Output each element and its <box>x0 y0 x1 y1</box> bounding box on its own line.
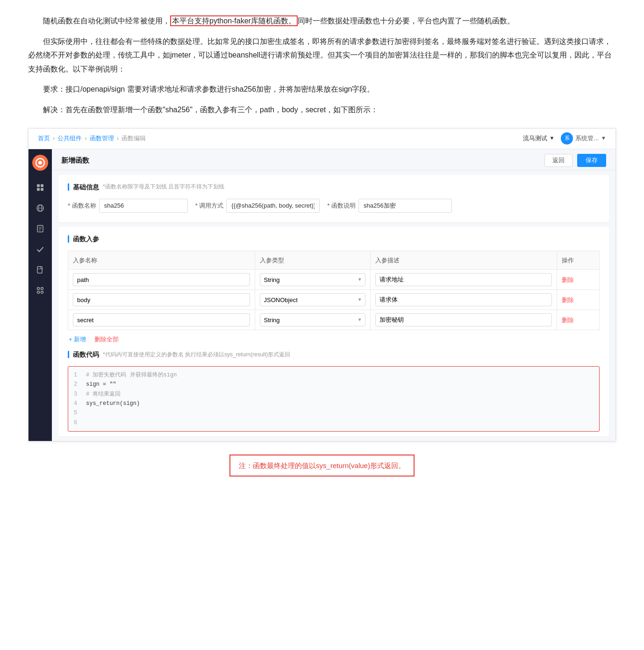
func-desc-input[interactable] <box>358 199 452 213</box>
params-section: 函数入参 入参名称 入参类型 入参描述 操作 StringJSONObjectI… <box>58 227 609 437</box>
ui-screenshot: 首页 › 公共组件 › 函数管理 › 函数编辑 流马测试 ▼ 系 系统管... … <box>28 128 616 442</box>
section-bar <box>68 183 69 191</box>
sidebar-item-grid[interactable] <box>32 179 49 196</box>
basic-info-header: 基础信息 *函数名称限字母及下划线 且首字符不得为下划线 <box>68 181 600 193</box>
line-content: sign = "" <box>86 380 116 389</box>
user-area[interactable]: 系 系统管... ▼ <box>561 132 606 144</box>
param-type-cell: StringJSONObjectIntegerBooleanArray▼ <box>255 310 370 330</box>
para1-prefix: 随机函数在自动化测试中经常被使用， <box>43 17 170 25</box>
param-desc-input[interactable] <box>375 293 552 306</box>
col-header-name: 入参名称 <box>68 251 255 269</box>
code-hint: *代码内可直接使用定义的参数名 执行结果必须以sys_return(result… <box>103 350 290 360</box>
line-number: 3 <box>74 390 80 399</box>
return-button[interactable]: 返回 <box>544 154 572 167</box>
chevron-down-icon: ▼ <box>549 134 554 143</box>
breadcrumb-current: 函数编辑 <box>122 133 146 144</box>
form-row-1: * 函数名称 * 调用方式 * 函数说明 <box>68 199 600 213</box>
basic-info-hint: *函数名称限字母及下划线 且首字符不得为下划线 <box>103 182 224 192</box>
page-title: 新增函数 <box>61 154 89 166</box>
table-row: StringJSONObjectIntegerBooleanArray▼删除 <box>68 310 600 330</box>
line-number: 5 <box>74 408 80 418</box>
sidebar-item-file[interactable] <box>32 261 49 278</box>
param-name-input[interactable] <box>73 313 250 326</box>
env-dropdown[interactable]: 流马测试 ▼ <box>523 133 554 144</box>
svg-rect-3 <box>41 184 43 187</box>
para1-highlight: 本平台支持python-faker库随机函数。 <box>170 15 298 26</box>
param-type-select[interactable]: StringJSONObjectIntegerBooleanArray <box>260 313 365 326</box>
param-name-input[interactable] <box>73 273 250 286</box>
delete-param-button[interactable]: 删除 <box>562 276 574 283</box>
col-header-action: 操作 <box>557 251 600 269</box>
page-titlebar: 新增函数 返回 保存 <box>52 149 615 170</box>
breadcrumb: 首页 › 公共组件 › 函数管理 › 函数编辑 <box>38 133 146 144</box>
code-line: 5 <box>74 408 594 418</box>
sidebar-item-doc[interactable] <box>32 220 49 237</box>
topbar: 首页 › 公共组件 › 函数管理 › 函数编辑 流马测试 ▼ 系 系统管... … <box>29 129 615 149</box>
code-section: 函数代码 *代码内可直接使用定义的参数名 执行结果必须以sys_return(r… <box>68 349 600 432</box>
code-block[interactable]: 1 # 加密失败代码 并获得最终的sign2 sign = ""3 # 将结果返… <box>68 366 600 432</box>
line-number: 2 <box>74 380 80 389</box>
func-name-label: * 函数名称 <box>68 200 96 211</box>
code-section-header: 函数代码 *代码内可直接使用定义的参数名 执行结果必须以sys_return(r… <box>68 349 600 361</box>
param-desc-input[interactable] <box>375 273 552 286</box>
line-content: # 将结果返回 <box>86 390 121 399</box>
param-name-cell <box>68 270 255 290</box>
main-layout: 新增函数 返回 保存 基础信息 *函数名称限字母及下划线 且首字符不得为下划线 … <box>29 149 615 441</box>
paragraph-1: 随机函数在自动化测试中经常被使用，本平台支持python-faker库随机函数。… <box>28 14 616 28</box>
svg-rect-2 <box>37 184 40 187</box>
breadcrumb-home[interactable]: 首页 <box>38 133 50 144</box>
line-content: # 加密失败代码 并获得最终的sign <box>86 370 177 380</box>
param-name-cell <box>68 310 255 330</box>
param-type-select[interactable]: StringJSONObjectIntegerBooleanArray <box>260 273 365 286</box>
sidebar-item-globe[interactable] <box>32 200 49 217</box>
code-bar <box>68 351 69 358</box>
param-action-cell: 删除 <box>557 290 600 310</box>
param-action-cell: 删除 <box>557 270 600 290</box>
code-line: 2 sign = "" <box>74 380 594 389</box>
line-number: 6 <box>74 418 80 427</box>
note-box: 注：函数最终处理的值以sys_return(value)形式返回。 <box>229 455 415 477</box>
svg-rect-5 <box>41 188 43 191</box>
paragraph-3: 要求：接口/openapi/sign 需要对请求地址和请求参数进行sha256加… <box>28 82 616 96</box>
breadcrumb-func-mgmt[interactable]: 函数管理 <box>90 133 114 144</box>
svg-point-18 <box>41 291 43 293</box>
para1-suffix: 同时一些数据处理函数也十分必要，平台也内置了一些随机函数。 <box>298 17 515 25</box>
basic-info-label: 基础信息 <box>73 181 99 193</box>
params-bar <box>68 235 69 243</box>
save-button[interactable]: 保存 <box>577 154 606 167</box>
param-type-select[interactable]: StringJSONObjectIntegerBooleanArray <box>260 293 365 306</box>
func-name-input[interactable] <box>99 199 188 213</box>
note-area: 注：函数最终处理的值以sys_return(value)形式返回。 <box>28 451 616 477</box>
call-method-input[interactable] <box>226 199 320 213</box>
code-line: 3 # 将结果返回 <box>74 390 594 399</box>
paragraph-2: 但实际使用中，往往都会有一些特殊的数据处理。比如常见的接口加密生成签名，即将所有… <box>28 35 616 76</box>
sidebar-item-check[interactable] <box>32 241 49 258</box>
env-label: 流马测试 <box>523 133 547 144</box>
topbar-right: 流马测试 ▼ 系 系统管... ▼ <box>523 132 606 144</box>
param-name-cell <box>68 290 255 310</box>
param-type-cell: StringJSONObjectIntegerBooleanArray▼ <box>255 290 370 310</box>
code-line: 1 # 加密失败代码 并获得最终的sign <box>74 370 594 380</box>
breadcrumb-public[interactable]: 公共组件 <box>57 133 82 144</box>
param-desc-input[interactable] <box>375 313 552 326</box>
param-name-input[interactable] <box>73 293 250 306</box>
sidebar <box>29 149 52 441</box>
param-desc-cell <box>370 310 557 330</box>
delete-param-button[interactable]: 删除 <box>562 317 574 324</box>
user-label: 系统管... <box>575 133 599 144</box>
params-table: 入参名称 入参类型 入参描述 操作 StringJSONObjectIntege… <box>68 251 600 330</box>
delete-all-button[interactable]: 删除全部 <box>94 334 119 345</box>
func-desc-label: * 函数说明 <box>327 200 356 211</box>
sidebar-item-blocks[interactable] <box>32 282 49 299</box>
param-type-cell: StringJSONObjectIntegerBooleanArray▼ <box>255 270 370 290</box>
params-header: 函数入参 <box>68 233 600 245</box>
line-content: sys_return(sign) <box>86 399 140 408</box>
add-param-button[interactable]: + 新增 <box>69 334 86 345</box>
paragraph-4: 解决：首先在函数管理新增一个函数"sha256"，函数入参有三个，path，bo… <box>28 103 616 117</box>
svg-rect-13 <box>37 267 42 273</box>
svg-point-1 <box>38 161 42 165</box>
params-label: 函数入参 <box>73 233 99 245</box>
table-row: StringJSONObjectIntegerBooleanArray▼删除 <box>68 290 600 310</box>
table-row: StringJSONObjectIntegerBooleanArray▼删除 <box>68 270 600 290</box>
delete-param-button[interactable]: 删除 <box>562 296 574 303</box>
